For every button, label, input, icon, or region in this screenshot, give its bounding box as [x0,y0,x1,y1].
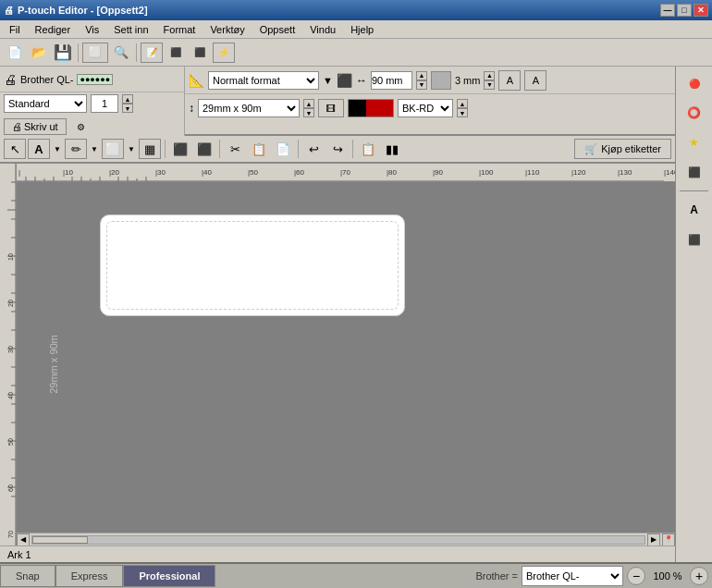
margin-down[interactable]: ▼ [484,80,495,90]
text-tool-dropdown[interactable]: ▼ [52,139,63,159]
tab-express[interactable]: Express [55,565,124,587]
select-tool[interactable]: ↖ [4,139,26,159]
text-tool[interactable]: A [28,139,50,159]
minimize-button[interactable]: — [660,4,675,17]
undo-btn[interactable]: ↩ [302,139,325,159]
tape-size-select[interactable]: 29mm x 90m [198,99,300,117]
new-button[interactable]: 📄 [4,43,26,63]
svg-text:40: 40 [7,392,14,399]
zoom-out-btn[interactable]: − [627,567,645,585]
svg-text:|100: |100 [479,168,494,177]
tape-down[interactable]: ▼ [303,108,314,117]
menu-sett-inn[interactable]: Sett inn [106,20,155,38]
search-button[interactable]: 🔍 [110,43,132,63]
barcode-btn[interactable]: ▮▮ [381,139,403,159]
menu-verktoy[interactable]: Verktøy [203,20,252,38]
svg-text:|50: |50 [248,168,259,177]
distribute-btn[interactable]: ⬛ [193,139,215,159]
open-button[interactable]: 📂 [28,43,50,63]
scroll-left-btn[interactable]: ◀ [17,533,30,546]
width-up[interactable]: ▲ [416,71,427,80]
bottom-bar: Snap Express Professional Brother = Brot… [0,562,712,588]
width-spinner[interactable]: ▲ ▼ [416,71,427,90]
label-area[interactable] [100,214,405,316]
zoom-in-btn[interactable]: + [690,567,708,585]
color-spinner[interactable]: ▲ ▼ [457,99,468,117]
print-button[interactable]: 🖨 Skriv ut [4,118,67,135]
menu-rediger[interactable]: Rediger [28,20,79,38]
svg-text:30: 30 [7,346,14,353]
tab-snap[interactable]: Snap [0,565,55,587]
save-button[interactable]: 💾 [52,43,74,63]
tape-color-select[interactable]: BK-RD [398,99,453,117]
icon-btn-2[interactable]: ⬛ [165,43,187,63]
color-up[interactable]: ▲ [457,99,468,108]
tape-color-indicator [348,99,394,117]
printer-select-bottom[interactable]: Brother QL- [522,566,623,586]
qty-down[interactable]: ▼ [122,104,133,113]
sidebar-icon-3[interactable]: ★ [680,129,709,155]
scrollbar-thumb[interactable] [32,536,88,544]
template-btn[interactable]: 📋 [357,139,379,159]
sidebar-icon-2[interactable]: ⭕ [680,100,709,126]
copy-btn[interactable]: 📋 [248,139,270,159]
style-select[interactable]: Standard [4,94,87,113]
table-tool[interactable]: ▦ [139,139,161,159]
margin-spinner[interactable]: ▲ ▼ [484,71,495,90]
draw-tool[interactable]: ✏ [65,139,87,159]
paste-btn[interactable]: 📄 [272,139,294,159]
svg-text:|90: |90 [433,168,444,177]
ruler-top-svg: // generate ticks via inline script not … [17,164,675,182]
draw-tool-dropdown[interactable]: ▼ [89,139,100,159]
qty-up[interactable]: ▲ [122,94,133,104]
menu-vindu[interactable]: Vindu [302,20,343,38]
printer-small-icon: 🖨 [12,121,22,132]
scrollbar-track[interactable] [31,535,645,545]
width-input[interactable] [371,71,412,90]
width-down[interactable]: ▼ [416,80,427,90]
cut-btn[interactable]: ✂ [224,139,246,159]
sidebar-icon-6[interactable]: ⬛ [680,227,709,252]
print-options-button[interactable]: ⚙ [70,116,92,137]
menu-oppsett[interactable]: Oppsett [252,20,303,38]
menu-hjelp[interactable]: Hjelp [343,20,381,38]
format-select[interactable]: Normalt format [208,71,319,90]
icon-btn-4[interactable]: ⚡ [213,43,235,63]
menu-format[interactable]: Format [156,20,203,38]
sidebar-icon-4[interactable]: ⬛ [680,159,709,185]
svg-text:|70: |70 [340,168,351,177]
sidebar-icon-1[interactable]: 🔴 [680,70,709,96]
left-panel: 🖨 Brother QL- ●●●●●● Standard ▲ ▼ 🖨 Skri… [0,67,185,145]
scroll-right-btn[interactable]: ▶ [647,533,660,546]
restore-button[interactable]: □ [677,4,692,17]
tab-professional[interactable]: Professional [123,565,215,587]
shape-tool-dropdown[interactable]: ▼ [126,139,137,159]
tape-spinner[interactable]: ▲ ▼ [303,99,314,117]
buy-labels-button[interactable]: 🛒 Kjøp etiketter [574,139,671,159]
scrollbar-h[interactable]: ◀ ▶ 📍 [17,533,675,545]
margin-up[interactable]: ▲ [484,71,495,80]
tape-up[interactable]: ▲ [303,99,314,108]
close-button[interactable]: ✕ [694,4,708,17]
icon-btn-3[interactable]: ⬛ [189,43,211,63]
sidebar-icon-5[interactable]: A [680,197,709,223]
svg-text:|10: |10 [63,168,74,177]
shape-tool[interactable]: ⬜ [102,139,124,159]
text-format-btn2[interactable]: A [524,70,546,91]
print-preview-button[interactable]: ⬜ [82,43,108,63]
align-btn[interactable]: ⬛ [169,139,191,159]
text-align-btn[interactable]: A [498,70,521,91]
quantity-input[interactable] [91,94,118,113]
ruler-top: // generate ticks via inline script not … [17,164,675,182]
color-red [366,100,393,116]
menu-vis[interactable]: Vis [78,20,106,38]
menu-fil[interactable]: Fil [2,20,28,38]
redo-btn[interactable]: ↪ [326,139,349,159]
quantity-spinner[interactable]: ▲ ▼ [122,94,133,113]
window-controls[interactable]: — □ ✕ [660,4,708,17]
color-down[interactable]: ▼ [457,108,468,117]
icon-btn-1[interactable]: 📝 [141,43,163,63]
svg-text:10: 10 [7,253,14,261]
tape-roll-icon: 🎞 [318,99,344,117]
canvas-area[interactable]: 29mm x 90m [17,182,675,545]
